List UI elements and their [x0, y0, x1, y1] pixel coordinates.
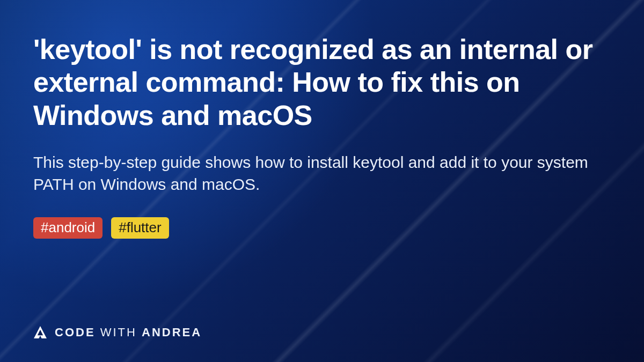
- article-title: 'keytool' is not recognized as an intern…: [33, 33, 611, 132]
- article-card: 'keytool' is not recognized as an intern…: [0, 0, 644, 362]
- brand-lockup: CODE WITH ANDREA: [33, 326, 202, 339]
- content-block: 'keytool' is not recognized as an intern…: [33, 33, 611, 239]
- brand-logo-icon: [33, 326, 47, 339]
- article-subtitle: This step-by-step guide shows how to ins…: [33, 151, 611, 196]
- brand-text: CODE WITH ANDREA: [55, 326, 202, 339]
- tag-row: #android #flutter: [33, 217, 611, 239]
- brand-word-code: CODE: [55, 326, 96, 339]
- brand-word-andrea: ANDREA: [142, 326, 202, 339]
- brand-word-with: WITH: [100, 326, 137, 339]
- tag-android[interactable]: #android: [33, 217, 103, 239]
- tag-flutter[interactable]: #flutter: [111, 217, 169, 239]
